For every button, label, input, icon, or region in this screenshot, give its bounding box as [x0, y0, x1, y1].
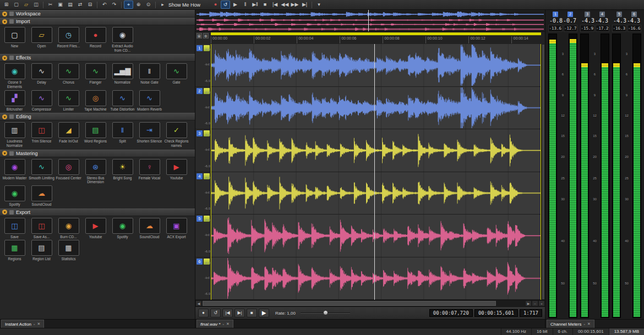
action-acx-export[interactable]: ▣ACX Export: [163, 218, 190, 239]
transport-record-button[interactable]: ●: [198, 309, 209, 317]
lock-icon[interactable]: ⊠: [197, 33, 202, 39]
new-file-icon[interactable]: ▢: [12, 1, 21, 9]
action-split[interactable]: ‖Split: [109, 122, 136, 144]
meter-channel-badge-4[interactable]: 4: [599, 12, 605, 17]
waveform-canvas-ch5[interactable]: [211, 215, 541, 257]
float-icon[interactable]: ▫: [34, 322, 35, 326]
collapse-chevron-icon[interactable]: ▾: [2, 210, 7, 215]
window-layout-icon[interactable]: ⊞: [2, 1, 11, 9]
mix-icon[interactable]: ⇄: [75, 1, 85, 9]
scroll-right-icon[interactable]: ▶: [525, 300, 532, 306]
action-spotify-export[interactable]: ◉Spotify: [109, 218, 136, 239]
action-fade-in-out[interactable]: ◢Fade In/Out: [55, 122, 82, 144]
meter-channel-badge-5[interactable]: 5: [616, 12, 622, 17]
action-soundcloud[interactable]: ☁SoundCloud: [28, 185, 55, 207]
action-limiter[interactable]: ∿Limiter: [55, 90, 82, 112]
copy-icon[interactable]: ▣: [56, 1, 65, 9]
overview-waveform-row[interactable]: [197, 18, 544, 22]
overview-waveform-row[interactable]: [197, 27, 544, 31]
play-all-icon[interactable]: ▶‖: [250, 1, 260, 9]
action-bright-song[interactable]: ☀Bright Song: [109, 159, 136, 180]
show-me-how-label[interactable]: Show Me How: [168, 2, 200, 8]
go-to-end-icon[interactable]: ▶|: [300, 1, 309, 9]
channel-number-badge[interactable]: 1: [197, 45, 203, 51]
action-chorus[interactable]: ∿Chorus: [55, 63, 82, 85]
collapse-chevron-icon[interactable]: ▾: [2, 12, 7, 17]
zoom-in-icon[interactable]: +: [538, 300, 545, 306]
timeline-ruler[interactable]: 00:00:0000:00:0200:00:0400:00:0600:00:08…: [211, 32, 545, 44]
action-record[interactable]: ●Record: [82, 27, 109, 48]
collapse-chevron-icon[interactable]: ▾: [2, 151, 7, 156]
action-burn-cd[interactable]: ◉Burn CD...: [55, 218, 82, 239]
rate-slider[interactable]: [301, 310, 350, 316]
action-soundcloud-export[interactable]: ☁SoundCloud: [136, 218, 163, 239]
collapse-chevron-icon[interactable]: ▾: [2, 19, 7, 24]
vertical-scrollbar-thumb[interactable]: [542, 45, 544, 299]
play-icon[interactable]: ▶: [231, 1, 240, 9]
show-me-how-icon[interactable]: ▸: [158, 1, 167, 9]
action-modern-master[interactable]: ◉Modern Master: [1, 159, 28, 180]
go-to-start-icon[interactable]: |◀: [270, 1, 280, 9]
close-icon[interactable]: ✕: [587, 322, 591, 326]
section-header-import[interactable]: ▾Import: [0, 18, 195, 25]
action-trim-silence[interactable]: ◫Trim Silence: [28, 122, 55, 144]
save-icon[interactable]: ◫: [31, 1, 41, 9]
vertical-scrollbar[interactable]: [541, 44, 545, 300]
loop-region-bar[interactable]: [211, 32, 541, 35]
transport-stop-button[interactable]: ■: [247, 309, 257, 317]
section-header-export[interactable]: ▾Export: [0, 208, 195, 216]
action-noise-gate[interactable]: ‖Noise Gate: [136, 63, 163, 85]
section-header-effects[interactable]: ▾Effects: [0, 54, 195, 62]
zoom-out-icon[interactable]: −: [532, 300, 538, 306]
action-statistics[interactable]: ▦Statistics: [55, 240, 82, 261]
action-extract-audio-cd[interactable]: ◉Extract Audio from CD...: [109, 27, 136, 52]
magnify-icon[interactable]: ⊕: [134, 1, 143, 9]
channel-number-badge[interactable]: 3: [197, 130, 203, 136]
action-flanger[interactable]: ∿Flanger: [82, 63, 109, 85]
snap-icon[interactable]: ⊕: [203, 33, 209, 39]
action-ozone-9-elements[interactable]: ◉Ozone 9 Elements: [1, 63, 28, 89]
channel-number-badge[interactable]: 6: [197, 259, 203, 265]
action-new-file[interactable]: ▢New: [1, 27, 28, 48]
action-tape-machine[interactable]: ◎Tape Machine: [82, 90, 109, 112]
section-header-workspace[interactable]: ▾Workspace: [0, 10, 195, 18]
meter-channel-badge-3[interactable]: 3: [585, 12, 590, 17]
action-word-regions[interactable]: ▤Word Regions: [82, 122, 109, 144]
action-bitcrusher[interactable]: ▞Bitcrusher: [1, 90, 28, 112]
action-focused-center[interactable]: ◎Focused Center: [55, 159, 82, 180]
waveform-canvas-ch3[interactable]: [211, 129, 541, 172]
zoom-selection-icon[interactable]: ⊙: [144, 1, 153, 9]
waveform-canvas-ch2[interactable]: [211, 87, 541, 129]
action-youtube-export[interactable]: ▶Youtube: [82, 218, 109, 239]
transport-go-end-button[interactable]: ▶|: [234, 309, 245, 317]
tab-document-final-wav[interactable]: final.wav * ▫ ✕: [197, 320, 233, 328]
loop-playback-icon[interactable]: ↺: [221, 1, 230, 9]
horizontal-scrollbar[interactable]: ◀ ▶ − +: [195, 300, 545, 306]
redo-icon[interactable]: ↷: [110, 1, 119, 9]
action-spotify[interactable]: ◉Spotify: [1, 185, 28, 207]
meter-channel-badge-2[interactable]: 2: [567, 12, 573, 17]
section-header-editing[interactable]: ▾Editing: [0, 113, 195, 120]
marker-icon[interactable]: ▾: [314, 1, 324, 9]
pause-icon[interactable]: ‖: [241, 1, 250, 9]
action-save-as[interactable]: ◫Save As...: [28, 218, 55, 239]
scrollbar-thumb[interactable]: [203, 301, 496, 306]
action-check-regions-names[interactable]: ✓Check Regions names: [163, 122, 190, 147]
scroll-left-icon[interactable]: ◀: [195, 300, 202, 306]
overview-waveform-row[interactable]: [197, 11, 544, 18]
action-stereo-bus-dimension[interactable]: ⊛Stereo Bus Dimension: [82, 159, 109, 184]
section-header-mastering[interactable]: ▾Mastering: [0, 150, 195, 157]
record-icon[interactable]: ●: [211, 1, 220, 9]
rate-slider-handle[interactable]: [323, 310, 328, 315]
waveform-canvas-ch6[interactable]: [211, 257, 541, 300]
channel-number-badge[interactable]: 2: [197, 88, 203, 94]
rewind-icon[interactable]: ◀◀: [280, 1, 290, 9]
action-delay[interactable]: ∿Delay: [28, 63, 55, 85]
trim-icon[interactable]: ⊟: [85, 1, 95, 9]
action-regions[interactable]: ▦Regions: [1, 240, 28, 261]
meter-channel-badge-1[interactable]: 1: [553, 12, 558, 17]
action-normalize[interactable]: ▂▅▇Normalize: [109, 63, 136, 85]
transport-play-button[interactable]: ▶: [259, 309, 269, 317]
transport-go-start-button[interactable]: |◀: [222, 309, 233, 317]
action-modern-reverb[interactable]: ∿Modern Reverb: [136, 90, 163, 112]
